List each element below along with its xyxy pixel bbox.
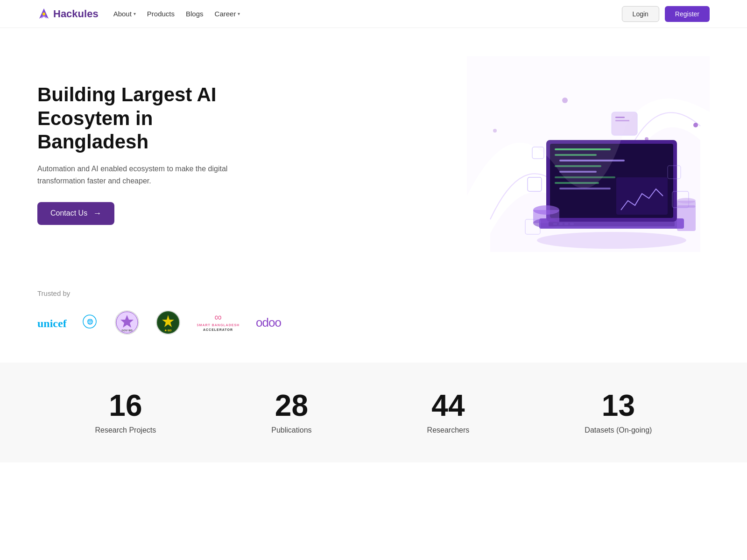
contact-us-button[interactable]: Contact Us →	[37, 202, 114, 225]
logo[interactable]: Hackules	[37, 7, 99, 21]
smart-svg: ∞ SMART BANGLADESH ACCELERATOR	[197, 310, 239, 335]
stat-number-datasets: 13	[585, 391, 652, 420]
unicef-svg: unicef 🌐	[37, 313, 98, 332]
hero-section: Building Largest AI Ecosytem in Banglade…	[0, 28, 747, 271]
trusted-label: Trusted by	[37, 289, 710, 297]
svg-rect-38	[570, 223, 574, 225]
svg-point-2	[42, 13, 45, 15]
stats-section: 16 Research Projects 28 Publications 44 …	[0, 363, 747, 462]
nav-links: About ▾ Products Blogs Career ▾	[113, 10, 240, 18]
svg-rect-36	[559, 223, 563, 225]
odoo-logo: odoo	[256, 315, 281, 330]
login-button[interactable]: Login	[622, 6, 659, 22]
laptop-svg	[467, 56, 710, 252]
svg-text:🌐: 🌐	[87, 318, 93, 325]
stat-label-research: Research Projects	[95, 426, 156, 434]
stat-research-projects: 16 Research Projects	[95, 391, 156, 434]
nav-career[interactable]: Career ▾	[215, 10, 240, 18]
hero-title: Building Largest AI Ecosytem in Banglade…	[37, 83, 261, 154]
stat-researchers: 44 Researchers	[427, 391, 470, 434]
gov-badge-1-logo: GOV BD	[115, 310, 139, 335]
svg-rect-37	[564, 223, 568, 225]
svg-point-33	[677, 198, 696, 203]
stat-label-publications: Publications	[271, 426, 311, 434]
career-chevron-icon: ▾	[238, 11, 240, 16]
stat-label-researchers: Researchers	[427, 426, 470, 434]
logo-icon	[37, 7, 50, 21]
navbar: Hackules About ▾ Products Blogs Career ▾…	[0, 0, 747, 28]
svg-text:∞: ∞	[214, 311, 222, 323]
smart-bangladesh-logo: ∞ SMART BANGLADESH ACCELERATOR	[197, 310, 239, 335]
unicef-logo: unicef 🌐	[37, 313, 98, 332]
svg-text:★ BD: ★ BD	[164, 329, 172, 332]
register-button[interactable]: Register	[665, 6, 710, 22]
logo-text: Hackules	[53, 8, 99, 20]
hero-illustration	[467, 56, 710, 252]
about-chevron-icon: ▾	[134, 11, 136, 16]
nav-blogs[interactable]: Blogs	[186, 10, 204, 18]
navbar-right: Login Register	[622, 6, 710, 22]
nav-products[interactable]: Products	[147, 10, 175, 18]
arrow-icon: →	[93, 209, 101, 218]
svg-point-3	[693, 123, 698, 127]
svg-text:GOV BD: GOV BD	[121, 329, 133, 332]
stat-label-datasets: Datasets (On-going)	[585, 426, 652, 434]
svg-point-7	[537, 232, 686, 249]
odoo-text: odoo	[256, 315, 281, 330]
gov-circle-logo: GOV BD	[115, 310, 139, 335]
stat-number-research: 16	[95, 391, 156, 420]
military-logo: ★ BD	[156, 310, 180, 335]
trusted-logos: unicef 🌐 GOV BD ★ BD	[37, 310, 710, 335]
nav-about[interactable]: About ▾	[113, 10, 136, 18]
svg-rect-19	[616, 177, 668, 215]
trusted-section: Trusted by unicef 🌐 GOV BD	[0, 271, 747, 363]
svg-text:ACCELERATOR: ACCELERATOR	[203, 328, 233, 331]
svg-rect-35	[553, 223, 557, 225]
navbar-left: Hackules About ▾ Products Blogs Career ▾	[37, 7, 240, 21]
hero-content: Building Largest AI Ecosytem in Banglade…	[37, 83, 261, 224]
svg-text:unicef: unicef	[37, 317, 67, 329]
stat-publications: 28 Publications	[271, 391, 311, 434]
stat-datasets: 13 Datasets (On-going)	[585, 391, 652, 434]
svg-text:SMART BANGLADESH: SMART BANGLADESH	[197, 323, 239, 327]
stat-number-publications: 28	[271, 391, 311, 420]
svg-rect-26	[528, 177, 542, 191]
military-circle-logo: ★ BD	[156, 310, 180, 335]
hero-subtitle: Automation and AI enabled ecosystem to m…	[37, 163, 261, 187]
svg-rect-31	[677, 205, 696, 231]
stat-number-researchers: 44	[427, 391, 470, 420]
